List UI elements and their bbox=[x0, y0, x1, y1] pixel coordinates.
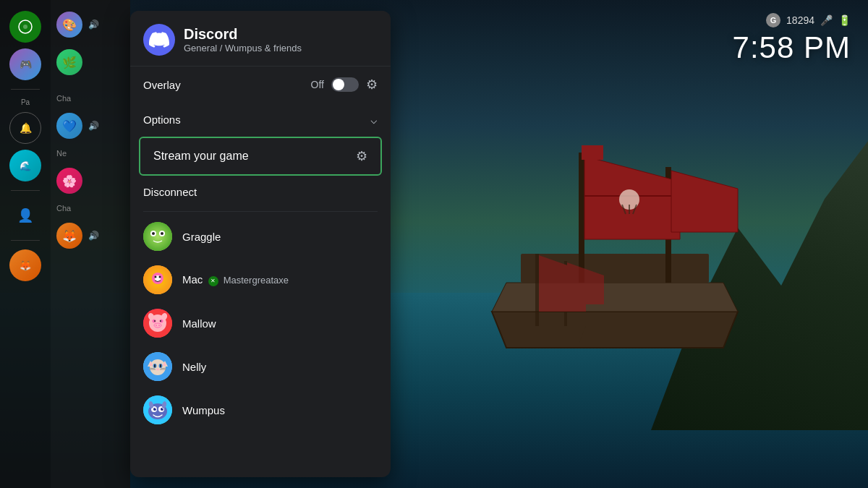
chevron-down-icon: ⌵ bbox=[370, 113, 378, 127]
svg-point-36 bbox=[150, 359, 166, 375]
overlay-controls: Off ⚙ bbox=[311, 77, 378, 93]
member-item-mallow[interactable]: Mallow bbox=[130, 301, 391, 345]
overlay-status: Off bbox=[311, 79, 324, 90]
volume-icon-3: 🔊 bbox=[88, 121, 99, 131]
svg-point-43 bbox=[154, 364, 156, 368]
discord-subtitle: General / Wumpus & friends bbox=[184, 43, 302, 53]
svg-rect-6 bbox=[535, 254, 539, 326]
channel-item-1[interactable]: 🎨 🔊 bbox=[51, 7, 130, 42]
members-divider bbox=[143, 211, 378, 212]
sidebar-divider bbox=[11, 89, 40, 90]
stream-game-text: Stream your game bbox=[153, 150, 249, 163]
channel-item-4[interactable]: 🌸 bbox=[51, 163, 130, 198]
sidebar-pa-label: Pa bbox=[21, 98, 30, 106]
sidebar-item-avatar3[interactable]: 🦊 bbox=[9, 249, 41, 281]
svg-point-28 bbox=[160, 320, 161, 322]
channel-avatar-4: 🌸 bbox=[56, 168, 82, 194]
sidebar-item-icon2[interactable]: 👤 bbox=[9, 200, 41, 231]
discord-panel: Discord General / Wumpus & friends Overl… bbox=[130, 11, 391, 477]
options-label: Options bbox=[143, 114, 181, 126]
stream-game-gear-icon[interactable]: ⚙ bbox=[356, 148, 367, 164]
member-item-nelly[interactable]: Nelly bbox=[130, 345, 391, 388]
svg-point-57 bbox=[155, 408, 156, 409]
sidebar-divider3 bbox=[11, 240, 40, 241]
sidebar-item-avatar2[interactable]: 🌊 bbox=[9, 150, 41, 181]
member-name-mallow: Mallow bbox=[182, 317, 216, 330]
members-list: Graggle Mac ✕ Mastergr bbox=[130, 215, 391, 432]
svg-point-20 bbox=[155, 276, 157, 278]
svg-point-45 bbox=[156, 369, 159, 371]
member-name-graggle: Graggle bbox=[182, 231, 221, 243]
member-avatar-wumpus bbox=[143, 395, 172, 424]
disconnect-row[interactable]: Disconnect bbox=[130, 176, 391, 208]
sidebar-item-xbox[interactable] bbox=[9, 11, 41, 43]
member-name-mac: Mac ✕ Mastergreataxe bbox=[182, 273, 289, 286]
overlay-label: Overlay bbox=[143, 79, 181, 91]
svg-point-11 bbox=[143, 222, 172, 251]
options-row[interactable]: Options ⌵ bbox=[130, 103, 391, 137]
channel-label-ne: Ne bbox=[51, 146, 130, 160]
discord-logo bbox=[143, 24, 175, 56]
spacer bbox=[51, 82, 130, 88]
member-avatar-mac bbox=[143, 265, 172, 294]
stream-game-row[interactable]: Stream your game ⚙ bbox=[139, 137, 382, 176]
discord-header: Discord General / Wumpus & friends bbox=[130, 11, 391, 66]
channel-item-5[interactable]: 🦊 🔊 bbox=[51, 218, 130, 253]
member-item-wumpus[interactable]: Wumpus bbox=[130, 388, 391, 432]
channel-label-cha: Cha bbox=[51, 91, 130, 106]
member-avatar-mallow bbox=[143, 309, 172, 338]
channel-avatar-2: 🌿 bbox=[56, 49, 82, 75]
hud-score: 18294 bbox=[786, 14, 814, 26]
svg-point-31 bbox=[158, 325, 160, 326]
svg-point-21 bbox=[159, 276, 161, 278]
member-avatar-nelly bbox=[143, 352, 172, 381]
hud-topright: G 18294 🎤 🔋 7:58 PM bbox=[733, 13, 851, 65]
hud-time: 7:58 PM bbox=[733, 30, 851, 65]
discord-header-text: Discord General / Wumpus & friends bbox=[184, 26, 302, 53]
xbox-badge-mac: ✕ bbox=[208, 276, 218, 286]
svg-point-15 bbox=[161, 232, 163, 235]
hud-status-row: G 18294 🎤 🔋 bbox=[733, 13, 851, 27]
sidebar-item-avatar1[interactable]: 🎮 bbox=[9, 48, 41, 80]
sidebar-divider2 bbox=[11, 190, 40, 191]
volume-icon-1: 🔊 bbox=[88, 20, 99, 30]
sidebar-item-icon1[interactable]: 🔔 bbox=[9, 112, 41, 144]
channel-item-2[interactable]: 🌿 bbox=[51, 45, 130, 80]
g-gamerscore-icon: G bbox=[766, 13, 780, 27]
sidebar-outer: 🎮 Pa 🔔 🌊 👤 🦊 bbox=[0, 0, 51, 488]
member-avatar-graggle bbox=[143, 222, 172, 251]
member-item-graggle[interactable]: Graggle bbox=[130, 215, 391, 258]
member-name-nelly: Nelly bbox=[182, 361, 206, 373]
svg-point-27 bbox=[154, 320, 156, 322]
svg-rect-4 bbox=[582, 145, 603, 160]
channel-avatar-5: 🦊 bbox=[56, 223, 82, 249]
overlay-gear-icon[interactable]: ⚙ bbox=[366, 77, 378, 93]
svg-point-30 bbox=[156, 325, 157, 326]
overlay-row[interactable]: Overlay Off ⚙ bbox=[130, 67, 391, 103]
disconnect-label: Disconnect bbox=[143, 186, 197, 198]
hud-battery-icon: 🔋 bbox=[838, 14, 851, 26]
hud-mic-icon: 🎤 bbox=[820, 14, 833, 26]
svg-point-9 bbox=[23, 25, 27, 29]
svg-point-29 bbox=[154, 323, 161, 328]
channel-avatar-1: 🎨 bbox=[56, 12, 82, 38]
channel-item-3[interactable]: 💙 🔊 bbox=[51, 108, 130, 143]
svg-point-14 bbox=[152, 232, 155, 235]
overlay-toggle[interactable] bbox=[331, 77, 359, 92]
member-name-wumpus: Wumpus bbox=[182, 404, 225, 416]
svg-point-44 bbox=[160, 364, 161, 368]
member-item-mac[interactable]: Mac ✕ Mastergreataxe bbox=[130, 258, 391, 301]
channel-label-cha2: Cha bbox=[51, 201, 130, 215]
channel-avatar-3: 💙 bbox=[56, 113, 82, 139]
discord-title: Discord bbox=[184, 26, 302, 43]
volume-icon-5: 🔊 bbox=[88, 231, 99, 241]
sidebar-channels: 🎨 🔊 🌿 Cha 💙 🔊 Ne 🌸 Cha 🦊 🔊 bbox=[51, 0, 130, 488]
